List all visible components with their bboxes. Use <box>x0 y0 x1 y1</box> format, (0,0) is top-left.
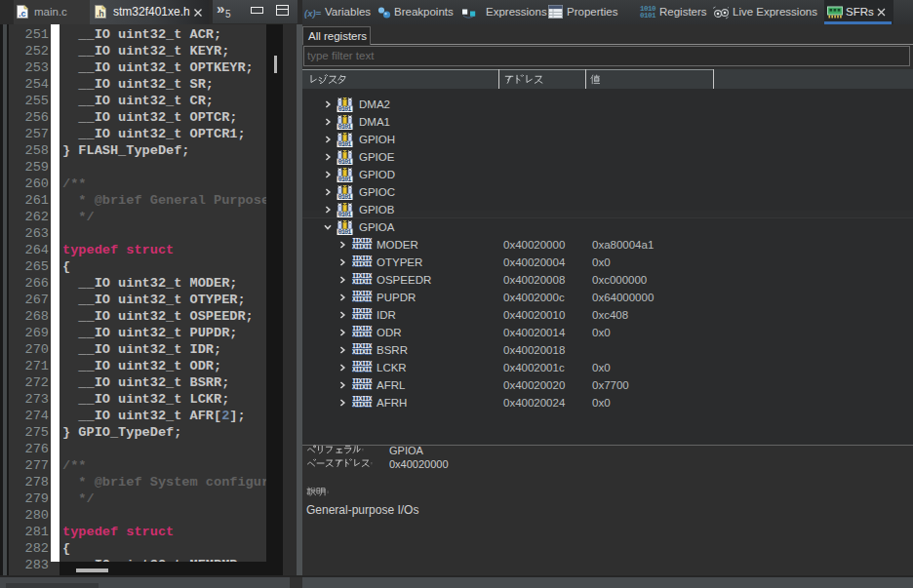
svg-text:0101: 0101 <box>338 105 352 112</box>
svg-text:0101: 0101 <box>338 193 352 200</box>
svg-text:0101: 0101 <box>338 123 352 130</box>
svg-text:0101: 0101 <box>338 140 352 147</box>
svg-text:0101: 0101 <box>338 211 352 217</box>
svg-text:0101: 0101 <box>338 228 352 235</box>
svg-text:.c: .c <box>19 9 26 19</box>
svg-text:.h: .h <box>97 9 104 19</box>
svg-text:0101: 0101 <box>338 176 352 182</box>
svg-text:0101: 0101 <box>338 158 352 165</box>
